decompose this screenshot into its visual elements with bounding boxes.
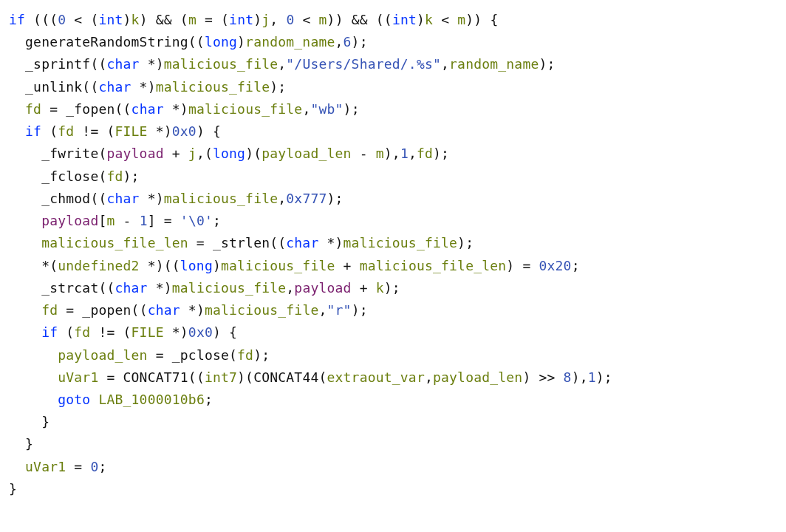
token-p — [9, 280, 41, 296]
token-p: [ — [98, 213, 106, 228]
token-var: m — [457, 12, 465, 27]
token-p: ; — [213, 213, 221, 228]
token-p: *) — [131, 79, 156, 95]
token-var: j — [262, 12, 270, 27]
token-var: k — [131, 12, 140, 27]
token-p: , — [278, 191, 286, 206]
token-num: 0x20 — [539, 258, 571, 273]
token-var: fd — [41, 302, 58, 318]
token-kw: long — [205, 34, 237, 50]
code-line: payload_len = _pclose(fd); — [9, 344, 777, 366]
token-p: ) = — [506, 258, 539, 273]
token-p: , — [335, 34, 344, 50]
token-p: *)(( — [140, 258, 180, 273]
token-var: k — [425, 12, 433, 27]
token-var: m — [106, 213, 115, 228]
token-typel: FILE — [131, 324, 164, 340]
token-p: ); — [457, 235, 474, 250]
token-p: ) { — [196, 123, 221, 139]
token-p: ); — [539, 56, 555, 72]
token-p: (( — [82, 79, 98, 95]
token-fn: _fwrite — [41, 146, 98, 161]
token-p: ) >> — [522, 369, 563, 385]
token-p: ,( — [196, 146, 213, 161]
token-p: , — [302, 101, 310, 117]
token-lbl: LAB_1000010b6 — [98, 392, 204, 407]
code-line: malicious_file_len = _strlen((char *)mal… — [9, 232, 777, 254]
token-p: ); — [352, 34, 368, 50]
token-p — [9, 101, 25, 117]
token-str: "/Users/Shared/.%s" — [286, 56, 441, 72]
token-p: (( — [90, 56, 106, 72]
code-line: _sprintf((char *)malicious_file,"/Users/… — [9, 53, 777, 75]
token-p — [9, 235, 41, 250]
token-var: fd — [74, 324, 90, 340]
token-var: malicious_file — [344, 235, 458, 250]
token-p: (( — [115, 101, 131, 117]
token-p: (( — [270, 235, 286, 250]
token-kw: char — [148, 302, 180, 318]
token-p: *) — [180, 302, 205, 318]
code-line: uVar1 = 0; — [9, 456, 777, 478]
token-var: m — [319, 12, 327, 27]
token-p: ); — [352, 302, 368, 318]
token-kw: goto — [58, 392, 90, 407]
token-kw: char — [131, 101, 164, 117]
token-var: malicious_file — [156, 79, 270, 95]
token-p: ( — [98, 146, 106, 161]
token-p — [9, 146, 41, 161]
token-fn: _sprintf — [25, 56, 90, 72]
token-p: ( — [41, 123, 58, 139]
token-p: ( — [58, 324, 74, 340]
token-p: (( — [90, 191, 106, 206]
token-p — [9, 79, 25, 95]
token-p: ) — [253, 12, 262, 27]
token-p: ; — [98, 459, 106, 474]
token-p: )( — [245, 146, 262, 161]
token-fn: _fopen — [66, 101, 115, 117]
token-p: (( — [98, 280, 115, 296]
token-var: fd — [237, 347, 253, 363]
token-p: ); — [253, 347, 270, 363]
token-idn: uVar1 — [58, 369, 98, 385]
code-line: goto LAB_1000010b6; — [9, 389, 777, 411]
token-p: ( — [229, 347, 237, 363]
token-p: ] = — [148, 213, 180, 228]
token-p: ((( — [25, 12, 58, 27]
token-num: 8 — [564, 369, 572, 385]
token-p: } — [9, 436, 33, 451]
token-str: "r" — [327, 302, 352, 318]
token-var: k — [376, 280, 384, 296]
token-var: j — [188, 146, 196, 161]
token-p — [9, 324, 41, 340]
token-p: ); — [433, 146, 449, 161]
token-p: < ( — [66, 12, 98, 27]
token-p: )( — [237, 369, 253, 385]
token-p: *( — [9, 258, 58, 273]
code-line: if (((0 < (int)k) && (m = (int)j, 0 < m)… — [9, 9, 777, 31]
token-p: ; — [572, 258, 580, 273]
token-p: ) — [237, 34, 245, 50]
token-p: , — [318, 302, 327, 318]
token-str: "wb" — [310, 101, 343, 117]
token-var: malicious_file — [164, 56, 278, 72]
code-line: payload[m - 1] = '\0'; — [9, 210, 777, 232]
token-p: *) — [140, 191, 164, 206]
token-p — [9, 459, 25, 474]
code-line: } — [9, 433, 777, 455]
token-num: 1 — [400, 146, 409, 161]
token-p: (( — [188, 369, 205, 385]
token-p: ) — [213, 258, 221, 273]
token-p: , — [270, 12, 286, 27]
token-p: + — [335, 258, 360, 273]
token-p — [9, 369, 58, 385]
token-p — [9, 347, 58, 363]
token-idn: uVar1 — [25, 459, 66, 474]
token-p — [9, 34, 25, 50]
token-p: , — [409, 146, 417, 161]
token-p: = — [98, 369, 123, 385]
token-p: + — [352, 280, 376, 296]
token-p: ) { — [213, 324, 237, 340]
token-typel: FILE — [115, 123, 148, 139]
token-num: 1 — [140, 213, 148, 228]
